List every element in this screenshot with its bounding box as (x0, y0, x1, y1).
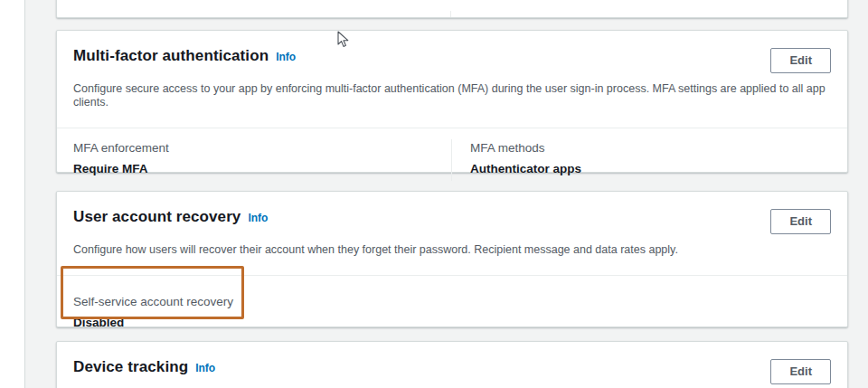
device-tracking-section-card: Device tracking Info Edit When devices a… (56, 341, 848, 388)
device-info-link[interactable]: Info (195, 362, 215, 374)
recovery-section-title: User account recovery (73, 208, 241, 226)
field-label: MFA enforcement (73, 141, 451, 156)
mfa-enforcement-field: MFA enforcement Require MFA (57, 141, 451, 181)
device-edit-button[interactable]: Edit (770, 359, 831, 384)
self-service-recovery-field: Self-service account recovery Disabled (57, 276, 847, 330)
field-value: Require MFA (73, 162, 451, 176)
recovery-info-link[interactable]: Info (248, 212, 268, 224)
mfa-section-description: Configure secure access to your app by e… (73, 82, 831, 109)
mfa-methods-field: MFA methods Authenticator apps (452, 141, 581, 181)
device-card-header: Device tracking Info Edit (57, 342, 847, 384)
recovery-card-header: User account recovery Info Edit (57, 192, 847, 234)
field-value: Authenticator apps (470, 162, 581, 176)
mfa-card-header: Multi-factor authentication Info Edit (57, 31, 847, 73)
field-value: Disabled (73, 316, 847, 330)
column-divider (450, 11, 451, 17)
recovery-edit-button[interactable]: Edit (770, 209, 831, 234)
mfa-section-card: Multi-factor authentication Info Edit Co… (56, 30, 848, 173)
mfa-info-link[interactable]: Info (276, 51, 296, 63)
field-label: Self-service account recovery (73, 295, 847, 309)
user-account-recovery-section-card: User account recovery Info Edit Configur… (56, 191, 848, 327)
mfa-section-title: Multi-factor authentication (73, 47, 269, 65)
previous-section-card (56, 0, 848, 18)
field-label: MFA methods (470, 141, 581, 156)
device-section-title: Device tracking (73, 358, 188, 376)
left-panel-edge (0, 0, 25, 388)
recovery-section-description: Configure how users will recover their a… (73, 243, 831, 257)
mfa-edit-button[interactable]: Edit (770, 48, 831, 73)
